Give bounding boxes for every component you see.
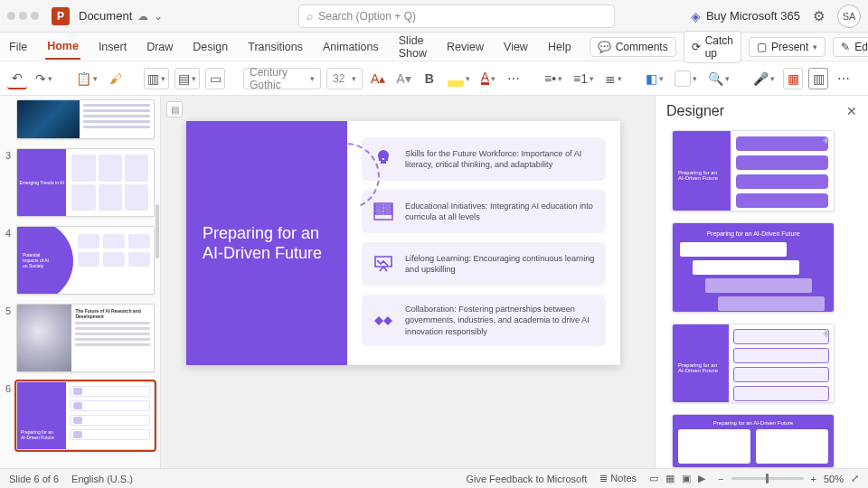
chevron-down-icon: ▾ [352, 74, 356, 83]
thumbnail-4[interactable]: 4 Potential Impacts of AI on Society [2, 226, 155, 295]
design-suggestion-2[interactable]: Preparing for an AI-Driven Future [672, 222, 835, 312]
tab-design[interactable]: Design [191, 35, 230, 59]
font-family-value: Century Gothic [250, 66, 308, 91]
search-input[interactable]: ⌕ Search (Option + Q) [298, 5, 615, 28]
buy-m365-button[interactable]: ◈ Buy Microsoft 365 [691, 9, 800, 23]
tab-draw[interactable]: Draw [145, 35, 175, 59]
more-font-button[interactable]: ⋯ [504, 68, 524, 89]
window-controls [7, 12, 39, 20]
tab-review[interactable]: Review [445, 35, 486, 59]
slide-left-panel: Preparing for an AI-Driven Future [186, 121, 347, 365]
editing-mode-button[interactable]: ✎ Editing ▾ [833, 37, 868, 57]
chevron-down-icon: ▾ [813, 42, 817, 52]
designer-pane: Designer ✕ ◈ Preparing for an AI-Driven … [655, 96, 868, 468]
slide-item-1[interactable]: Skills for the Future Workforce: Importa… [362, 137, 606, 181]
thumbnail-scrollbar[interactable] [156, 204, 159, 258]
feedback-link[interactable]: Give Feedback to Microsoft [466, 474, 587, 484]
document-title[interactable]: Document ☁ ⌄ [79, 9, 163, 23]
presentation-icon [373, 251, 394, 277]
align-button[interactable]: ≣▾ [602, 68, 625, 89]
zoom-out-button[interactable]: − [718, 474, 723, 484]
thumbnail-5[interactable]: 5 The Future of AI Research and Developm… [2, 304, 155, 372]
status-bar: Slide 6 of 6 English (U.S.) Give Feedbac… [0, 468, 868, 488]
find-button[interactable]: 🔍▾ [705, 68, 732, 89]
grid-view-button[interactable]: ▦ [665, 473, 675, 484]
reading-view-button[interactable]: ▣ [682, 473, 691, 484]
thumb-number [2, 99, 11, 139]
outline-toggle-button[interactable]: ▤ [166, 101, 183, 117]
bullets-button[interactable]: ≡•▾ [542, 68, 565, 89]
slideshow-view-button[interactable]: ▶ [698, 473, 705, 484]
tab-file[interactable]: File [7, 35, 29, 59]
tab-view[interactable]: View [502, 35, 530, 59]
reset-slide-button[interactable]: ▭ [205, 68, 225, 89]
format-painter-button[interactable]: 🖌 [106, 68, 126, 89]
language-status[interactable]: English (U.S.) [71, 474, 133, 484]
slide-item-2[interactable]: Educational Initiatives: Integrating AI … [362, 190, 606, 233]
notes-toggle[interactable]: ≣ Notes [599, 473, 637, 484]
thumbnail-2-partial[interactable] [2, 99, 155, 139]
new-slide-button[interactable]: ▥▾ [144, 68, 169, 89]
slide-title[interactable]: Preparing for an AI-Driven Future [186, 223, 347, 264]
tab-help[interactable]: Help [546, 35, 573, 59]
zoom-in-button[interactable]: + [811, 474, 816, 484]
tab-insert[interactable]: Insert [97, 35, 128, 59]
designer-suggestions[interactable]: ◈ Preparing for an AI-Driven Future Prep… [656, 127, 868, 468]
slide[interactable]: Preparing for an AI-Driven Future Skills… [186, 121, 620, 365]
task-pane-button[interactable]: ▥ [808, 68, 828, 89]
close-designer-button[interactable]: ✕ [846, 104, 857, 118]
font-color-button[interactable]: A▾ [478, 68, 498, 89]
design-suggestion-3[interactable]: ◈ Preparing for an AI-Driven Future [672, 324, 835, 404]
handshake-icon [373, 308, 394, 333]
comments-button[interactable]: 💬 Comments [590, 37, 676, 57]
title-bar: P Document ☁ ⌄ ⌕ Search (Option + Q) ◈ B… [0, 0, 868, 33]
tab-home[interactable]: Home [45, 34, 80, 60]
thumbnail-6[interactable]: 6 Preparing for an AI-Driven Future [2, 381, 155, 450]
normal-view-button[interactable]: ▭ [649, 473, 658, 484]
shape-fill-button[interactable]: ▾ [672, 68, 700, 89]
undo-button[interactable]: ↶ [7, 68, 27, 89]
overflow-button[interactable]: ⋯ [834, 68, 854, 89]
slide-counter[interactable]: Slide 6 of 6 [9, 474, 59, 484]
fit-to-window-button[interactable]: ⤢ [851, 473, 859, 484]
workspace: 3 Emerging Trends in AI 4 Potential Impa… [0, 96, 868, 468]
avatar[interactable]: SA [837, 5, 861, 28]
titlebar-right: ◈ Buy Microsoft 365 ⚙ SA [691, 5, 861, 28]
tab-slideshow[interactable]: Slide Show [397, 29, 429, 65]
design-suggestion-1[interactable]: ◈ Preparing for an AI-Driven Future [672, 130, 835, 211]
diamond-icon: ◈ [823, 135, 830, 145]
tab-animations[interactable]: Animations [321, 35, 381, 59]
paste-button[interactable]: 📋▾ [73, 68, 100, 89]
layout-button[interactable]: ▤▾ [175, 68, 200, 89]
zoom-slider[interactable] [731, 477, 804, 480]
slide-item-3[interactable]: Lifelong Learning: Encouraging continuou… [362, 242, 606, 286]
shapes-button[interactable]: ◧▾ [643, 68, 666, 89]
bold-button[interactable]: B [420, 68, 439, 89]
design-suggestion-4[interactable]: Preparing for an AI-Driven Future [672, 414, 835, 468]
thumb-title: Preparing for an AI-Driven Future [21, 429, 57, 440]
font-family-combo[interactable]: Century Gothic ▾ [243, 68, 321, 89]
redo-button[interactable]: ↷▾ [33, 68, 55, 89]
collapse-ribbon-button[interactable]: ⌄ [863, 68, 868, 89]
present-button[interactable]: ▢ Present ▾ [749, 37, 826, 57]
window-dot-icon [7, 12, 15, 20]
dictate-button[interactable]: 🎤▾ [750, 68, 778, 89]
present-label: Present [771, 41, 808, 53]
tab-transitions[interactable]: Transitions [246, 35, 305, 59]
highlight-button[interactable]: ▾ [445, 68, 473, 89]
editing-label: Editing [854, 41, 868, 53]
thumb-number: 6 [2, 381, 11, 450]
slide-item-4[interactable]: Collaboration: Fostering partnerships be… [362, 295, 606, 346]
view-switcher: ▭ ▦ ▣ ▶ [649, 473, 705, 484]
decrease-font-button[interactable]: A▾ [393, 68, 413, 89]
zoom-value[interactable]: 50% [824, 474, 844, 484]
numbering-button[interactable]: ≡1▾ [571, 68, 597, 89]
slide-canvas[interactable]: ▤ Preparing for an AI-Driven Future Skil… [161, 96, 655, 468]
settings-icon[interactable]: ⚙ [813, 8, 825, 24]
thumbnail-3[interactable]: 3 Emerging Trends in AI [2, 148, 155, 217]
catchup-button[interactable]: ⟳ Catch up [684, 31, 741, 63]
font-size-combo[interactable]: 32 ▾ [326, 68, 363, 89]
designer-toggle-button[interactable]: ▦ [783, 68, 803, 89]
slide-thumbnails[interactable]: 3 Emerging Trends in AI 4 Potential Impa… [0, 96, 161, 468]
increase-font-button[interactable]: A▴ [368, 68, 388, 89]
